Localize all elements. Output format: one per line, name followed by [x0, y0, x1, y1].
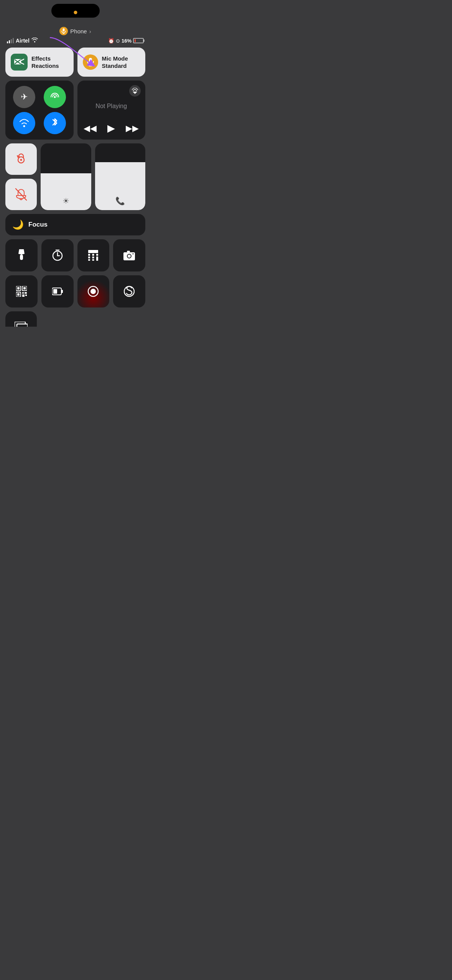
rotation-lock-button[interactable]: [5, 143, 37, 175]
connectivity-box: ✈: [5, 81, 74, 140]
battery-icon: [133, 38, 144, 43]
signal-bar-3: [11, 39, 12, 43]
svg-rect-9: [89, 58, 92, 63]
quick-toggles: [5, 143, 37, 210]
control-center: EffectsReactions Mic ModeStandard ✈: [0, 46, 151, 327]
now-playing-box: Not Playing ◀◀ ▶ ▶▶: [77, 81, 146, 140]
svg-rect-26: [88, 259, 90, 261]
effects-reactions-button[interactable]: EffectsReactions: [5, 48, 74, 77]
svg-rect-27: [92, 259, 94, 261]
alarm-icon: ⏰: [108, 38, 114, 44]
svg-point-12: [54, 96, 56, 98]
icon-row-3: [5, 311, 145, 327]
flashlight-button[interactable]: [5, 239, 38, 271]
svg-point-15: [20, 159, 22, 161]
signal-bars: [7, 38, 14, 43]
mic-mode-button[interactable]: Mic ModeStandard: [77, 48, 146, 77]
shazam-button[interactable]: [113, 275, 145, 307]
svg-rect-45: [53, 289, 57, 294]
moon-icon: 🌙: [12, 219, 24, 230]
svg-rect-40: [25, 292, 27, 294]
silent-mode-button[interactable]: [5, 179, 37, 210]
brightness-slider[interactable]: ☀: [41, 143, 91, 210]
svg-point-30: [128, 255, 131, 258]
svg-rect-17: [20, 255, 23, 260]
svg-rect-50: [17, 324, 28, 327]
prev-button[interactable]: ◀◀: [84, 123, 97, 133]
svg-rect-23: [88, 257, 90, 258]
mic-mode-label: Mic ModeStandard: [102, 55, 128, 70]
battery-status-button[interactable]: [41, 275, 74, 307]
status-bar: Airtel ⏰ ⊙ 16%: [0, 37, 151, 46]
signal-bar-4: [13, 38, 14, 43]
brightness-icon: ☀: [62, 196, 69, 206]
airplay-button[interactable]: [129, 85, 141, 97]
wifi-icon: [31, 38, 38, 44]
mic-icon: [83, 54, 98, 70]
carrier-label: Airtel: [16, 38, 30, 44]
middle-row: ✈: [5, 81, 145, 140]
svg-rect-25: [96, 257, 98, 261]
svg-point-13: [23, 125, 25, 127]
timer-button[interactable]: [41, 239, 74, 271]
svg-rect-21: [92, 254, 94, 256]
svg-rect-24: [92, 257, 94, 258]
status-right: ⏰ ⊙ 16%: [108, 38, 144, 44]
phone-label: Phone: [70, 28, 87, 35]
svg-rect-34: [17, 287, 20, 289]
dynamic-island-dot: [74, 11, 77, 14]
cellular-button[interactable]: [44, 86, 66, 108]
play-button[interactable]: ▶: [107, 122, 115, 134]
wifi-button[interactable]: [13, 112, 35, 134]
svg-rect-38: [17, 293, 20, 296]
svg-rect-0: [63, 28, 65, 31]
svg-rect-19: [88, 250, 98, 253]
svg-rect-39: [22, 292, 24, 294]
airplane-mode-button[interactable]: ✈: [13, 86, 35, 108]
svg-rect-42: [25, 294, 27, 296]
icon-row-2: [5, 275, 145, 307]
svg-rect-41: [22, 294, 25, 297]
svg-rect-20: [88, 254, 90, 256]
camera-button[interactable]: [113, 239, 145, 271]
effects-icon: [11, 54, 28, 71]
not-playing-label: Not Playing: [83, 93, 140, 119]
volume-slider[interactable]: 📞: [95, 143, 146, 210]
focus-row: 🌙 Focus: [5, 214, 145, 235]
playback-controls: ◀◀ ▶ ▶▶: [83, 122, 140, 134]
svg-rect-36: [23, 287, 26, 289]
focus-label: Focus: [28, 221, 48, 229]
battery-percent: 16%: [122, 38, 131, 44]
svg-point-32: [133, 253, 134, 254]
phone-chevron: ›: [89, 28, 91, 35]
svg-rect-44: [61, 290, 63, 293]
next-button[interactable]: ▶▶: [126, 123, 139, 133]
focus-button[interactable]: 🌙 Focus: [5, 214, 145, 235]
effects-label: EffectsReactions: [31, 55, 59, 70]
phone-mic-icon: [59, 27, 68, 35]
svg-rect-22: [96, 254, 98, 256]
top-buttons-row: EffectsReactions Mic ModeStandard: [5, 48, 145, 77]
svg-point-47: [90, 289, 96, 294]
bluetooth-button[interactable]: [44, 112, 66, 134]
icon-row-1: [5, 239, 145, 271]
calculator-button[interactable]: [77, 239, 110, 271]
status-left: Airtel: [7, 38, 38, 44]
third-row: ☀ 📞: [5, 143, 145, 210]
screen-record-button[interactable]: [77, 275, 110, 307]
svg-line-5: [21, 63, 24, 64]
qr-scanner-button[interactable]: [5, 275, 38, 307]
orientation-icon: ⊙: [116, 38, 120, 44]
svg-rect-31: [127, 251, 130, 252]
signal-bar-1: [7, 41, 8, 43]
screen-mirror-button[interactable]: [5, 311, 37, 327]
volume-icon: 📞: [115, 196, 125, 206]
svg-line-4: [21, 59, 24, 61]
phone-indicator[interactable]: Phone ›: [0, 27, 151, 35]
signal-bar-2: [9, 40, 10, 43]
